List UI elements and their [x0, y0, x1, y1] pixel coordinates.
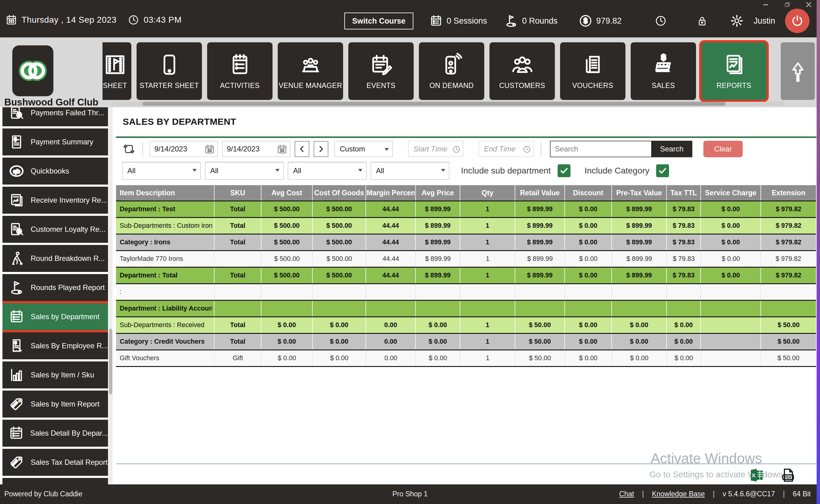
time-clock-icon[interactable]	[655, 15, 667, 27]
sessions-icon	[429, 14, 443, 28]
chat-link[interactable]: Chat	[619, 490, 634, 498]
table-cell: $ 0.00	[701, 201, 761, 217]
tile-venue-manager[interactable]: VENUE MANAGER	[278, 42, 343, 100]
dollar-icon	[578, 14, 592, 28]
check-icon	[658, 166, 667, 175]
calendar-14-icon[interactable]	[204, 144, 215, 155]
calendar-14-icon[interactable]	[277, 144, 288, 155]
include-category-checkbox[interactable]	[656, 164, 669, 177]
table-cell: $ 0.00	[262, 350, 313, 366]
sidebar: Payments Failed Thr...Payment SummaryQui…	[2, 107, 108, 484]
table-cell-value: Gift Vouchers	[120, 354, 159, 362]
sidebar-item-sales-by-employee-r[interactable]: Sales By Employee R...	[2, 332, 108, 359]
start-time-field[interactable]	[408, 141, 463, 157]
table-cell-value: $ 0.00	[722, 272, 740, 279]
date-from-field[interactable]	[150, 141, 218, 157]
table-cell	[565, 284, 612, 300]
close-icon[interactable]	[805, 1, 813, 8]
tile-starter-sheet[interactable]: STARTER SHEET	[136, 42, 202, 100]
table-cell: 1	[460, 218, 515, 234]
table-cell: 44.44	[366, 251, 416, 267]
table-cell-value: $ 0.00	[579, 255, 597, 263]
sidebar-item-label: Sales By Employee R...	[31, 342, 108, 350]
knowledge-base-link[interactable]: Knowledge Base	[652, 490, 705, 498]
range-preset-select[interactable]: Custom	[335, 141, 393, 157]
lock-icon[interactable]	[696, 15, 708, 27]
next-day-button[interactable]	[314, 141, 328, 157]
table-cell: $ 899.99	[515, 201, 565, 217]
minimize-icon[interactable]	[762, 1, 770, 8]
chevron-down-icon	[441, 169, 445, 172]
user-name: Justin	[753, 16, 775, 26]
search-input[interactable]	[550, 141, 651, 157]
report-toolbar: Custom Search Clear	[122, 140, 743, 158]
start-time-input[interactable]	[408, 145, 450, 153]
tile-activities[interactable]: ACTIVITIES	[207, 42, 273, 100]
restore-icon[interactable]	[783, 1, 791, 8]
tile-reports[interactable]: REPORTS	[701, 42, 767, 100]
table-cell-value: $ 500.00	[274, 239, 300, 246]
table-cell	[215, 251, 262, 267]
sidebar-item-round-breakdown-r[interactable]: Round Breakdown R...	[2, 245, 108, 272]
sidebar-item-label: Sales Tax Detail Report	[31, 458, 107, 467]
tile-customers[interactable]: CUSTOMERS	[489, 42, 555, 100]
table-cell: TaylorMade 770 Irons	[116, 251, 215, 267]
table-cell: $ 0.00	[565, 334, 612, 349]
sidebar-item-receive-inventory-re[interactable]: Receive Inventory Re...	[2, 187, 108, 214]
table-cell: $ 979.82	[761, 235, 816, 250]
table-cell: $ 0.00	[565, 201, 612, 217]
tile-on-demand[interactable]: ON DEMAND	[419, 42, 484, 100]
nav-scrollbar-thumb[interactable]	[142, 102, 726, 106]
clock-icon	[128, 14, 139, 26]
tile-vouchers[interactable]: VOUCHERS	[560, 42, 626, 100]
filter-select-3[interactable]: All	[288, 162, 366, 180]
date-to-field[interactable]	[222, 141, 290, 157]
previous-day-button[interactable]	[295, 141, 309, 157]
sidebar-item-payment-summary[interactable]: Payment Summary	[2, 128, 108, 155]
excel-export-icon[interactable]	[749, 467, 765, 484]
switch-course-button[interactable]: Switch Course	[344, 13, 414, 29]
end-time-input[interactable]	[479, 145, 520, 153]
tile-sales[interactable]: SALES	[631, 42, 696, 100]
clear-button[interactable]: Clear	[703, 141, 743, 157]
nav-scroll-up[interactable]	[781, 42, 815, 100]
nav-scrollbar[interactable]	[110, 102, 784, 106]
date-to-input[interactable]	[223, 145, 272, 153]
refresh-icon[interactable]	[122, 142, 136, 156]
sidebar-item-quickbooks[interactable]: Quickbooks	[2, 158, 108, 185]
sidebar-item-sales-by-department[interactable]: Sales by Department	[2, 303, 108, 330]
app-window: Thursday , 14 Sep 2023 03:43 PM Switch C…	[0, 0, 820, 504]
table-cell: $ 50.00	[761, 350, 816, 366]
power-button[interactable]	[785, 9, 810, 33]
end-time-field[interactable]	[479, 141, 534, 157]
sidebar-item-payments-failed-thr[interactable]: Payments Failed Thr...	[2, 107, 108, 126]
sidebar-item-sales-by-item-sku[interactable]: Sales by Item / Sku	[2, 361, 108, 388]
pdf-export-icon[interactable]	[780, 467, 796, 484]
sidebar-item-sales-tax-detail-report[interactable]: Sales Tax Detail Report	[2, 449, 108, 476]
sidebar-item-rounds-played-report[interactable]: Rounds Played Report	[2, 274, 108, 301]
phone-icon	[157, 53, 181, 77]
sidebar-item-customer-loyalty-re[interactable]: Customer Loyalty Re...	[2, 216, 108, 243]
sidebar-scrollbar[interactable]	[109, 107, 113, 483]
tile-label: REPORTS	[717, 82, 752, 90]
search-button[interactable]: Search	[651, 141, 692, 157]
table-cell-value: $ 0.00	[429, 321, 447, 329]
filter-select-4[interactable]: All	[371, 162, 449, 180]
table-cell	[262, 284, 313, 300]
sidebar-item-sales-detail-by-depar[interactable]: Sales Detail By Depar...	[2, 420, 108, 447]
filter-select-1[interactable]: All	[122, 162, 201, 180]
table-cell: 1	[460, 334, 515, 349]
sidebar-item-label: Receive Inventory Re...	[31, 196, 107, 204]
gear-icon[interactable]	[730, 14, 744, 28]
include-sub-department-checkbox[interactable]	[557, 164, 570, 177]
table-cell: 44.44	[366, 218, 416, 234]
table-cell-value: :	[120, 288, 121, 296]
table-cell-value: TaylorMade 770 Irons	[120, 255, 183, 263]
table-cell-value: $ 50.00	[778, 321, 800, 329]
filter-select-2[interactable]: All	[205, 162, 284, 180]
table-cell: Total	[215, 268, 262, 283]
sidebar-scrollbar-thumb[interactable]	[109, 329, 112, 394]
sidebar-item-sales-by-item-report[interactable]: Sales by Item Report	[2, 391, 108, 418]
tile-events[interactable]: EVENTS	[348, 42, 414, 100]
date-from-input[interactable]	[150, 145, 199, 153]
